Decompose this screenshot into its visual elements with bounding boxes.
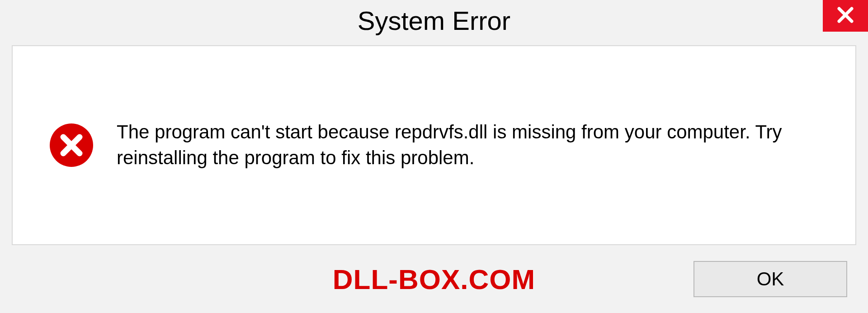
error-message: The program can't start because repdrvfs… bbox=[117, 119, 828, 171]
watermark-text: DLL-BOX.COM bbox=[333, 263, 535, 295]
close-icon bbox=[835, 4, 856, 28]
dialog-footer: DLL-BOX.COM OK bbox=[12, 245, 856, 313]
title-bar: System Error bbox=[0, 0, 868, 45]
error-icon bbox=[49, 123, 94, 168]
dialog-title: System Error bbox=[358, 5, 510, 36]
close-button[interactable] bbox=[823, 0, 868, 32]
content-panel: The program can't start because repdrvfs… bbox=[12, 45, 856, 245]
ok-button[interactable]: OK bbox=[693, 261, 847, 297]
